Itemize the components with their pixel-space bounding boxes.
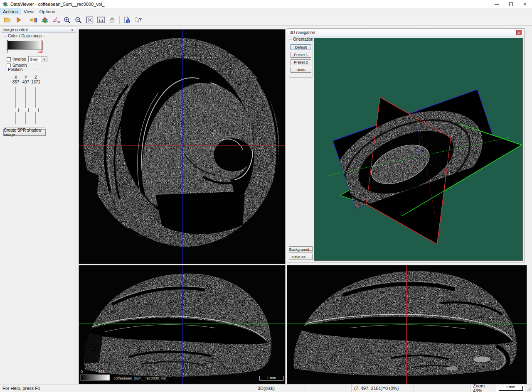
z-axis-value: 1371 [31, 80, 41, 84]
coronal-slice-viewport[interactable]: 0 256 coffeebean_5um__rec0000_voi_ 1 mm [79, 265, 286, 384]
maximize-icon [509, 2, 513, 6]
svg-text:1: 1 [127, 19, 129, 23]
toolbar-separator [26, 16, 26, 24]
y-axis-label: Y [21, 75, 31, 80]
slice-planes-icon [41, 17, 49, 23]
status-blank-2 [414, 385, 470, 392]
overlay-range-min: 0 [81, 370, 83, 374]
range-min-value: 0 [7, 50, 8, 53]
close-icon: ✕ [523, 2, 527, 7]
orientation-preset1-button[interactable]: Preset 1 [291, 52, 311, 58]
save-as-button[interactable]: Save as ... [289, 254, 313, 260]
status-scale-label: 1 mm [499, 385, 522, 389]
inverse-label: Inverse [12, 57, 26, 61]
image-control-panel: Image control x Color / Data range 0 256… [1, 27, 76, 383]
nav3d-header[interactable]: 3D navigation x [287, 29, 524, 37]
status-coordinates: (7, 497, 2181)=0 (0%) [352, 385, 414, 392]
open-file-button[interactable] [2, 15, 13, 25]
orientation-preset2-button[interactable]: Preset 2 [291, 59, 311, 65]
nav3d-viewport[interactable] [314, 38, 523, 261]
transaxial-slice-viewport[interactable] [79, 29, 286, 264]
maximize-button[interactable] [504, 0, 518, 8]
range-labels: 0 256 [7, 50, 43, 53]
title-bar[interactable]: DataViewer - coffeebean_5um__rec0000_voi… [0, 0, 532, 8]
x-axis-label: X [11, 75, 21, 80]
resize-grip[interactable] [525, 385, 532, 392]
inverse-checkbox[interactable] [7, 57, 11, 61]
create-spr-shadow-image-button[interactable]: Create SPR shadow image [3, 129, 46, 136]
pan-button[interactable] [106, 15, 118, 25]
palette-select[interactable]: Grey ▼ [28, 56, 47, 62]
zoom-out-button[interactable] [73, 15, 84, 25]
hand-icon [109, 17, 115, 23]
actual-size-button[interactable]: 1:1 [95, 15, 106, 25]
x-slider-thumb[interactable] [13, 108, 19, 112]
menu-bar: Actions View Options [0, 8, 532, 15]
orientation-undo-button[interactable]: Undo [291, 67, 311, 73]
panel-close-icon[interactable]: x [70, 28, 75, 32]
nav3d-panel: 3D navigation x Orientation Default Pres… [287, 28, 525, 262]
z-slider-thumb[interactable] [33, 108, 39, 112]
document-info-icon: 1 [123, 17, 131, 24]
axes-3d-icon: 3D [52, 17, 60, 23]
dataviewer-window: DataViewer - coffeebean_5um__rec0000_voi… [0, 0, 532, 392]
minimize-icon [495, 4, 499, 5]
sagittal-slice-viewport[interactable] [287, 265, 527, 384]
menu-view[interactable]: View [21, 8, 37, 15]
range-min-marker[interactable] [7, 40, 8, 51]
y-axis-readout: Y 497 [21, 75, 31, 84]
close-button[interactable]: ✕ [518, 0, 532, 8]
status-mode: 3D(disk) [255, 385, 305, 392]
window-title: DataViewer - coffeebean_5um__rec0000_voi… [10, 2, 104, 7]
minimize-button[interactable] [490, 0, 504, 8]
status-zoom-level: Zoom 43% [470, 385, 496, 392]
z-position-slider[interactable] [31, 87, 41, 124]
nav3d-scene[interactable] [314, 38, 522, 260]
orientation-label: Orientation [292, 37, 315, 42]
image-control-header[interactable]: Image control x [1, 27, 76, 33]
menu-actions[interactable]: Actions [0, 8, 21, 15]
zoom-in-icon [64, 17, 71, 24]
toolbar: 3D [0, 15, 532, 26]
nav3d-close-button[interactable]: x [516, 30, 522, 35]
help-cursor-icon: ? [135, 17, 142, 23]
status-help: For Help, press F1 [0, 385, 255, 392]
client-area: Image control x Color / Data range 0 256… [0, 26, 532, 384]
x-position-slider[interactable] [11, 87, 21, 124]
fit-to-window-button[interactable] [84, 15, 95, 25]
dataset-info-button[interactable]: 1 [121, 15, 133, 25]
inverse-row: Inverse Grey ▼ [7, 56, 47, 62]
zoom-out-icon [75, 17, 82, 24]
context-help-button[interactable]: ? [133, 15, 144, 25]
menu-options[interactable]: Options [37, 8, 58, 15]
play-button[interactable] [13, 15, 24, 25]
color-range-label: Color / Data range [7, 34, 43, 38]
z-axis-readout: Z 1371 [31, 75, 41, 84]
orientation-default-button[interactable]: Default [291, 44, 311, 50]
status-scale-widget: 1 mm [496, 385, 525, 392]
coronal-slice-image[interactable]: 0 256 coffeebean_5um__rec0000_voi_ 1 mm [79, 265, 285, 384]
zoom-in-button[interactable] [62, 15, 73, 25]
transaxial-slice-image[interactable] [79, 29, 285, 264]
background-button[interactable]: Background... [289, 246, 313, 252]
orthoslice-view-button[interactable] [39, 15, 50, 25]
chevron-down-icon[interactable]: ▼ [42, 56, 47, 62]
load-dataset-button[interactable] [28, 15, 39, 25]
overlay-colorbar [81, 375, 110, 380]
orientation-group: Orientation Default Preset 1 Preset 2 Un… [289, 39, 313, 78]
sagittal-slice-image[interactable] [287, 265, 527, 384]
nav3d-title: 3D navigation [290, 30, 315, 35]
svg-text:3D: 3D [57, 21, 60, 23]
range-max-value: 256 [38, 50, 43, 53]
grey-gradient-bar[interactable] [7, 41, 43, 50]
x-axis-readout: X 857 [11, 75, 21, 84]
dataset-bars-icon [30, 17, 37, 23]
toolbar-separator [119, 16, 120, 24]
smooth-checkbox[interactable] [7, 64, 11, 68]
y-slider-thumb[interactable] [23, 108, 29, 112]
axes-3d-button[interactable]: 3D [50, 15, 62, 25]
overlay-scale-label: 1 mm [267, 376, 276, 380]
y-position-slider[interactable] [21, 87, 31, 124]
position-group: Position X 857 Y 497 Z 1371 [4, 70, 45, 128]
range-max-marker[interactable] [42, 40, 42, 51]
